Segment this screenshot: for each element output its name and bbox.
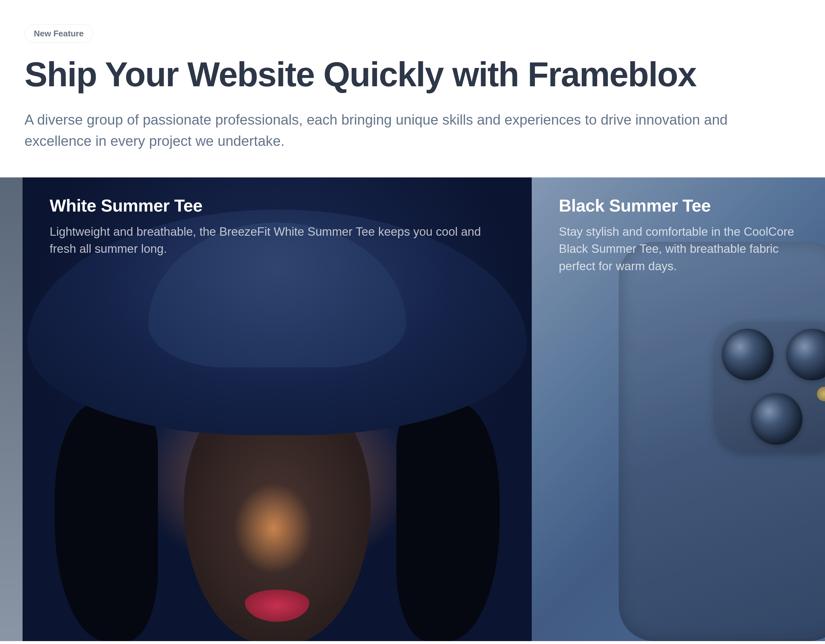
slide-description: Lightweight and breathable, the BreezeFi…: [49, 223, 501, 257]
slide-title: White Summer Tee: [49, 196, 505, 216]
slide-title: Black Summer Tee: [559, 196, 798, 216]
product-slider[interactable]: White Summer Tee Lightweight and breatha…: [0, 177, 825, 641]
slide-black-summer-tee[interactable]: Black Summer Tee Stay stylish and comfor…: [532, 177, 825, 641]
product-image: [619, 242, 825, 641]
slide-peek-previous[interactable]: [0, 177, 23, 641]
page-subtitle: A diverse group of passionate profession…: [25, 109, 776, 152]
header-section: New Feature Ship Your Website Quickly wi…: [0, 0, 825, 177]
page-title: Ship Your Website Quickly with Frameblox: [25, 56, 800, 94]
slide-description: Stay stylish and comfortable in the Cool…: [559, 223, 798, 275]
slide-content: Black Summer Tee Stay stylish and comfor…: [559, 196, 798, 275]
feature-badge: New Feature: [25, 25, 93, 43]
slide-content: White Summer Tee Lightweight and breatha…: [49, 196, 505, 257]
slide-white-summer-tee[interactable]: White Summer Tee Lightweight and breatha…: [23, 177, 532, 641]
